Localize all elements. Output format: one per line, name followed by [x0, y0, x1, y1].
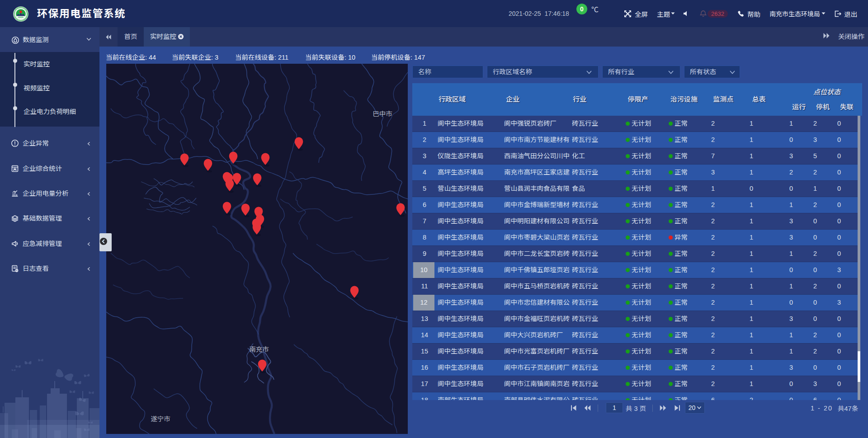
svg-text:南充市: 南充市: [249, 344, 269, 353]
svg-text:巴中市: 巴中市: [373, 108, 392, 118]
svg-text:遂宁市: 遂宁市: [151, 414, 170, 423]
